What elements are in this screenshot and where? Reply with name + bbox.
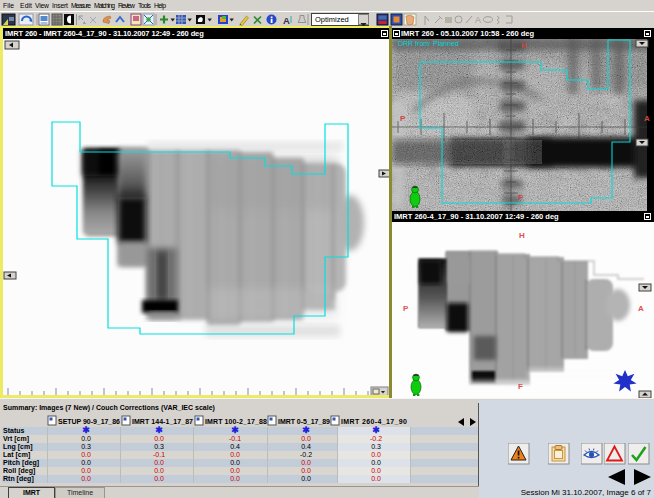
svg-text:Measure: Measure (71, 2, 91, 9)
svg-text:A: A (283, 15, 290, 26)
svg-text:A: A (644, 114, 650, 123)
svg-text:H: H (521, 41, 527, 50)
svg-text:A: A (475, 15, 481, 25)
svg-text:Matching: Matching (94, 2, 115, 10)
svg-text:P: P (400, 114, 406, 123)
svg-text:Tools: Tools (138, 2, 152, 9)
svg-text:DRR from: Planned: DRR from: Planned (398, 40, 459, 47)
svg-text:A: A (638, 304, 644, 313)
svg-text:H: H (519, 231, 525, 240)
svg-text:Help: Help (154, 2, 166, 10)
svg-text:Review: Review (118, 2, 135, 9)
svg-text:P: P (403, 304, 409, 313)
svg-text:IMRT 100-2_17_88: IMRT 100-2_17_88 (205, 418, 267, 425)
svg-text:F: F (518, 382, 523, 391)
svg-text:Edit: Edit (20, 2, 32, 9)
svg-text:IMRT 0-5_17_89: IMRT 0-5_17_89 (278, 418, 330, 425)
svg-text:File: File (3, 2, 14, 9)
svg-text:SETUP 90-9_17_86: SETUP 90-9_17_86 (58, 418, 120, 425)
svg-text:Insert: Insert (52, 2, 68, 9)
svg-text:IMRT 144-1_17_87: IMRT 144-1_17_87 (132, 418, 193, 425)
svg-text:IMRT 260-4_17_90: IMRT 260-4_17_90 (341, 418, 407, 425)
svg-text:F: F (518, 193, 523, 202)
svg-text:View: View (35, 2, 49, 9)
